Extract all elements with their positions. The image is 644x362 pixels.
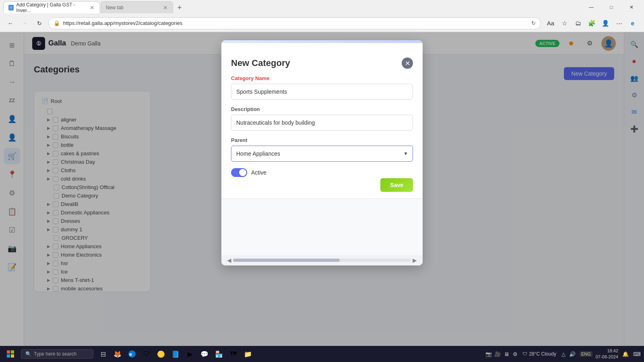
taskbar-clock[interactable]: 18:42 07-08-2024: [596, 348, 618, 360]
taskbar-app-youtube[interactable]: ▶: [184, 348, 196, 360]
parent-group: Parent Home Appliances Root Domestic App…: [231, 137, 413, 162]
parent-select-wrapper: Home Appliances Root Domestic Appliances…: [231, 146, 413, 162]
browser-tabs: G Add Category | Galla GST - Inver... ✕ …: [3, 1, 579, 13]
aa-icon[interactable]: Aa: [544, 17, 557, 30]
tray-settings-icon[interactable]: ⚙: [511, 350, 519, 358]
taskbar-app-chrome[interactable]: 🟡: [155, 348, 167, 360]
reload-btn[interactable]: ↻: [34, 18, 45, 29]
taskbar: 🔍 Type here to search ⊟ 🦊 e 🛡 🟡 📘 ▶ 💬 🏪 …: [0, 346, 644, 362]
taskbar-app-maps[interactable]: 🗺: [227, 348, 240, 360]
taskbar-search[interactable]: 🔍 Type here to search: [21, 349, 93, 359]
toggle-knob: [239, 169, 246, 176]
tab-close-btn[interactable]: ✕: [90, 4, 95, 11]
address-url: https://retail.galla.app/mystorev2/catal…: [63, 20, 528, 26]
collections-icon[interactable]: 🗂: [572, 17, 584, 30]
parent-label: Parent: [231, 137, 413, 143]
extensions-icon[interactable]: 🧩: [585, 17, 598, 30]
reload-icon[interactable]: ↻: [531, 20, 536, 26]
taskbar-apps: ⊟ 🦊 e 🛡 🟡 📘 ▶ 💬 🏪 🗺 📁: [97, 348, 254, 360]
tray-up-icon[interactable]: △: [559, 350, 568, 358]
taskbar-tray: 📷 🎥 🖥 ⚙: [485, 350, 519, 358]
forward-btn[interactable]: →: [19, 18, 31, 29]
modal-top-bar: [221, 40, 423, 43]
modal-bottom-area: [221, 198, 423, 255]
taskbar-search-placeholder: Type here to search: [34, 351, 76, 357]
minimize-btn[interactable]: —: [582, 1, 601, 14]
svg-rect-2: [7, 354, 10, 358]
scroll-right-icon[interactable]: ▶: [411, 257, 419, 263]
description-label: Description: [231, 106, 413, 112]
toolbar-icons: Aa ☆ 🗂 🧩 👤 ⋯ e: [544, 17, 639, 30]
taskbar-tray-2: △ 🔊: [559, 350, 576, 358]
new-tab-btn[interactable]: +: [174, 2, 185, 13]
tab-close-btn-2[interactable]: ✕: [163, 4, 168, 11]
modal-title: New Category: [231, 58, 290, 68]
save-btn[interactable]: Save: [380, 178, 413, 192]
tab-favicon: G: [8, 5, 14, 10]
modal-scrollbar-area: ◀ ▶: [221, 255, 423, 265]
taskbar-app-store[interactable]: 🏪: [213, 348, 225, 360]
edge-icon[interactable]: e: [626, 17, 639, 30]
taskbar-app-firefox[interactable]: 🦊: [111, 348, 124, 360]
scroll-left-icon[interactable]: ◀: [225, 257, 233, 263]
tray-video-icon[interactable]: 🎥: [493, 350, 502, 358]
tray-keyboard-icon[interactable]: ⌨: [633, 350, 641, 358]
browser-addressbar: ← → ↻ 🔒 https://retail.galla.app/mystore…: [0, 14, 644, 32]
more-icon[interactable]: ⋯: [613, 17, 625, 30]
active-toggle-row: Active: [231, 168, 413, 177]
modal-body: Category Name Description Parent Home Ap…: [221, 75, 423, 178]
modal-header: New Category ✕: [221, 49, 423, 75]
svg-rect-0: [7, 350, 10, 354]
tray-notification-icon[interactable]: 🔔: [621, 350, 630, 358]
description-group: Description: [231, 106, 413, 131]
svg-rect-3: [11, 354, 14, 358]
taskbar-app-edge[interactable]: e: [126, 348, 138, 360]
taskbar-app-taskview[interactable]: ⊟: [97, 348, 109, 360]
maximize-btn[interactable]: □: [602, 1, 621, 14]
star-icon[interactable]: ☆: [558, 17, 571, 30]
modal-footer: Save: [221, 178, 423, 198]
taskbar-right: 📷 🎥 🖥 ⚙ 🛡 28°C Cloudy △ 🔊 ENG 18:42 07-0…: [485, 348, 641, 360]
taskbar-app-files[interactable]: 📁: [242, 348, 254, 360]
inactive-tab[interactable]: New tab ✕: [101, 1, 173, 13]
scrollbar-track[interactable]: [233, 259, 411, 262]
category-name-input[interactable]: [231, 84, 413, 100]
active-toggle[interactable]: [231, 168, 247, 177]
lang-badge: ENG: [580, 351, 592, 357]
address-bar[interactable]: 🔒 https://retail.galla.app/mystorev2/cat…: [48, 17, 541, 29]
svg-rect-1: [11, 350, 14, 354]
tray-camera-icon[interactable]: 📷: [485, 350, 493, 358]
clock-time: 18:42: [596, 348, 618, 354]
taskbar-app-skype[interactable]: 💬: [198, 348, 211, 360]
new-category-modal: New Category ✕ Category Name Description…: [221, 40, 423, 265]
taskbar-app-antivirus[interactable]: 🛡: [140, 348, 153, 360]
profile-icon[interactable]: 👤: [599, 17, 612, 30]
scrollbar-thumb: [233, 259, 340, 262]
tab-label: Add Category | Galla GST - Inver...: [16, 2, 87, 13]
modal-close-btn[interactable]: ✕: [402, 58, 413, 69]
back-btn[interactable]: ←: [5, 18, 16, 29]
active-label: Active: [251, 169, 266, 176]
taskbar-sys-info: 🛡 28°C Cloudy: [522, 351, 556, 357]
svg-text:e: e: [129, 351, 132, 357]
address-icons: ↻: [531, 20, 536, 26]
modal-overlay: New Category ✕ Category Name Description…: [0, 32, 644, 362]
category-name-label: Category Name: [231, 75, 413, 81]
antivirus-icon: 🛡: [522, 351, 527, 357]
weather-label: 28°C Cloudy: [529, 351, 556, 357]
tab-label-2: New tab: [106, 5, 124, 10]
close-btn[interactable]: ✕: [622, 1, 641, 14]
window-controls: — □ ✕: [582, 1, 641, 14]
clock-date: 07-08-2024: [596, 354, 618, 360]
category-name-group: Category Name: [231, 75, 413, 100]
tray-volume-icon[interactable]: 🔊: [568, 350, 576, 358]
browser-chrome: G Add Category | Galla GST - Inver... ✕ …: [0, 0, 644, 32]
parent-select[interactable]: Home Appliances Root Domestic Appliances: [231, 146, 413, 162]
active-tab[interactable]: G Add Category | Galla GST - Inver... ✕: [3, 1, 100, 13]
tray-monitor-icon[interactable]: 🖥: [502, 350, 510, 358]
start-btn[interactable]: [3, 347, 18, 361]
description-input[interactable]: [231, 115, 413, 131]
browser-titlebar: G Add Category | Galla GST - Inver... ✕ …: [0, 0, 644, 14]
taskbar-app-facebook[interactable]: 📘: [169, 348, 182, 360]
